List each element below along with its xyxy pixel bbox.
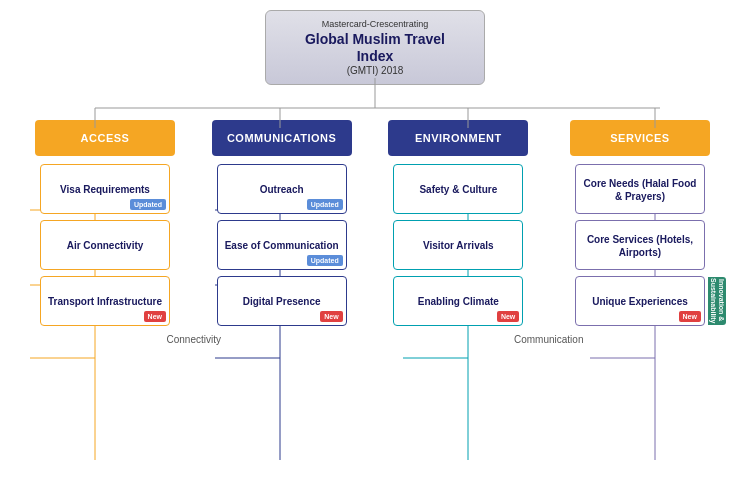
subitems-communications: Outreach Updated Ease of Communication U… — [212, 164, 352, 326]
badge-new-unique: New — [679, 311, 701, 322]
item-visitor-arrivals: Visitor Arrivals — [393, 220, 523, 270]
item-air-connectivity: Air Connectivity — [40, 220, 170, 270]
item-ease-of-communication: Ease of Communication Updated — [217, 220, 347, 270]
root-subtitle: Mastercard-Crescentrating — [286, 19, 464, 29]
subitems-access: Visa Requirements Updated Air Connectivi… — [35, 164, 175, 326]
header-communications: COMMUNICATIONS — [212, 120, 352, 156]
bottom-labels: Connectivity Communication — [15, 334, 735, 345]
badge-updated-ease: Updated — [307, 255, 343, 266]
item-core-needs: Core Needs (Halal Food & Prayers) — [575, 164, 705, 214]
item-visa-requirements: Visa Requirements Updated — [40, 164, 170, 214]
item-digital-presence: Digital Presence New — [217, 276, 347, 326]
diagram: Mastercard-Crescentrating Global Muslim … — [0, 0, 750, 500]
badge-new-digital: New — [320, 311, 342, 322]
columns-container: ACCESS Visa Requirements Updated Air Con… — [15, 120, 735, 326]
column-communications: COMMUNICATIONS Outreach Updated Ease of … — [197, 120, 367, 326]
badge-updated-outreach: Updated — [307, 199, 343, 210]
item-unique-experiences: Unique Experiences New Innovation & Sust… — [575, 276, 705, 326]
innovation-sustainability-label: Innovation & Sustainability — [708, 277, 726, 325]
header-services: SERVICES — [570, 120, 710, 156]
root-year: (GMTI) 2018 — [286, 65, 464, 76]
badge-new-climate: New — [497, 311, 519, 322]
header-access: ACCESS — [35, 120, 175, 156]
label-connectivity: Connectivity — [167, 334, 221, 345]
header-environment: ENVIRONMENT — [388, 120, 528, 156]
item-enabling-climate: Enabling Climate New — [393, 276, 523, 326]
column-services: SERVICES Core Needs (Halal Food & Prayer… — [550, 120, 730, 326]
column-access: ACCESS Visa Requirements Updated Air Con… — [20, 120, 190, 326]
spacer — [15, 85, 735, 120]
root-title: Global Muslim Travel Index — [286, 31, 464, 65]
item-core-services: Core Services (Hotels, Airports) — [575, 220, 705, 270]
column-environment: ENVIRONMENT Safety & Culture Visitor Arr… — [373, 120, 543, 326]
subitems-environment: Safety & Culture Visitor Arrivals Enabli… — [388, 164, 528, 326]
item-safety-culture: Safety & Culture — [393, 164, 523, 214]
badge-updated: Updated — [130, 199, 166, 210]
badge-new: New — [144, 311, 166, 322]
subitems-services: Core Needs (Halal Food & Prayers) Core S… — [570, 164, 710, 326]
label-communication: Communication — [514, 334, 583, 345]
item-outreach: Outreach Updated — [217, 164, 347, 214]
root-box: Mastercard-Crescentrating Global Muslim … — [265, 10, 485, 85]
root-container: Mastercard-Crescentrating Global Muslim … — [15, 10, 735, 85]
item-transport-infrastructure: Transport Infrastructure New — [40, 276, 170, 326]
